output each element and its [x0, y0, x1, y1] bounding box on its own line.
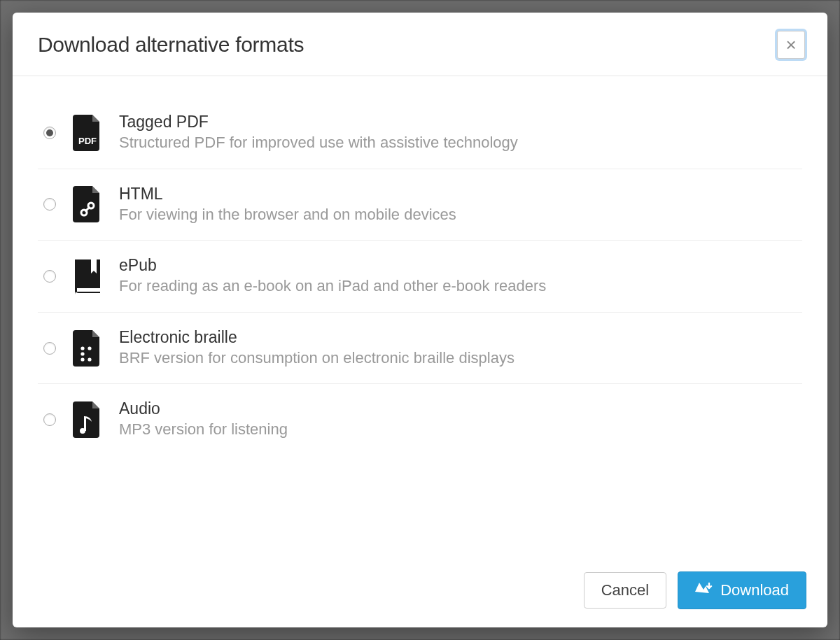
- svg-point-7: [80, 357, 84, 361]
- radio-input[interactable]: [43, 270, 56, 283]
- radio-input[interactable]: [43, 413, 56, 426]
- cancel-button-label: Cancel: [601, 581, 649, 599]
- format-list: PDF Tagged PDF Structured PDF for improv…: [38, 97, 802, 455]
- close-icon: ×: [785, 36, 796, 54]
- audio-file-icon: [73, 401, 102, 438]
- cancel-button[interactable]: Cancel: [584, 572, 666, 609]
- svg-rect-11: [84, 418, 86, 431]
- format-description: For reading as an e-book on an iPad and …: [119, 276, 797, 297]
- close-button[interactable]: ×: [777, 31, 805, 59]
- radio-input[interactable]: [43, 127, 56, 139]
- format-title: ePub: [119, 256, 797, 275]
- modal-title: Download alternative formats: [38, 33, 304, 57]
- svg-point-8: [88, 346, 91, 350]
- svg-point-5: [80, 346, 84, 350]
- download-button-label: Download: [720, 581, 789, 599]
- radio-input[interactable]: [43, 198, 56, 211]
- modal-body: PDF Tagged PDF Structured PDF for improv…: [13, 76, 827, 556]
- download-formats-modal: Download alternative formats × PDF Tagge…: [13, 13, 827, 627]
- modal-header: Download alternative formats ×: [13, 13, 827, 76]
- format-description: MP3 version for listening: [119, 420, 797, 440]
- format-text: Audio MP3 version for listening: [119, 399, 797, 440]
- svg-rect-4: [77, 288, 100, 292]
- format-title: Audio: [119, 399, 797, 418]
- braille-file-icon: [73, 330, 102, 367]
- format-option-tagged-pdf[interactable]: PDF Tagged PDF Structured PDF for improv…: [38, 97, 802, 169]
- format-text: ePub For reading as an e-book on an iPad…: [119, 256, 797, 297]
- download-button[interactable]: Download: [678, 571, 806, 609]
- format-text: HTML For viewing in the browser and on m…: [119, 185, 797, 225]
- modal-footer: Cancel Download: [13, 556, 827, 627]
- epub-book-icon: [73, 258, 102, 294]
- format-option-html[interactable]: HTML For viewing in the browser and on m…: [38, 169, 802, 241]
- html-file-icon: [73, 186, 102, 222]
- pdf-file-icon: PDF: [73, 115, 102, 151]
- format-text: Tagged PDF Structured PDF for improved u…: [119, 113, 797, 153]
- svg-point-9: [88, 357, 91, 361]
- format-text: Electronic braille BRF version for consu…: [119, 328, 797, 369]
- svg-point-6: [80, 352, 84, 355]
- format-title: HTML: [119, 185, 797, 204]
- format-option-audio[interactable]: Audio MP3 version for listening: [38, 384, 802, 455]
- format-option-epub[interactable]: ePub For reading as an e-book on an iPad…: [38, 241, 802, 313]
- svg-text:PDF: PDF: [78, 136, 97, 146]
- format-title: Tagged PDF: [119, 113, 797, 131]
- format-description: BRF version for consumption on electroni…: [119, 348, 797, 369]
- format-option-braille[interactable]: Electronic braille BRF version for consu…: [38, 313, 802, 385]
- download-icon: [695, 581, 713, 600]
- format-title: Electronic braille: [119, 328, 797, 347]
- radio-input[interactable]: [43, 342, 56, 355]
- format-description: For viewing in the browser and on mobile…: [119, 205, 797, 225]
- format-description: Structured PDF for improved use with ass…: [119, 133, 797, 153]
